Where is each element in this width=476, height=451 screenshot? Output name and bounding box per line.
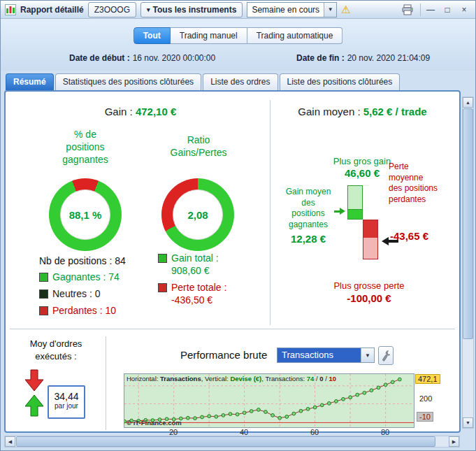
tab-liste-ordres[interactable]: Liste des ordres: [203, 73, 277, 90]
winrate-donut-center: 88,1 %: [60, 189, 110, 240]
avg-loss-label: Perte moyenne des positions perdantes: [389, 162, 439, 205]
minimize-button[interactable]: —: [424, 3, 438, 16]
totals-legend: Gain total : 908,60 € Perte totale : -43…: [158, 252, 226, 311]
performance-title: Performance brute: [180, 349, 267, 361]
warning-icon: ⚠: [341, 3, 350, 16]
winrate-donut-chart: 88,1 %: [49, 178, 122, 251]
instrument-button[interactable]: Z3OOOG: [88, 2, 136, 17]
perte-totale-label: Perte totale :: [171, 282, 226, 293]
arrow-up-icon: [22, 394, 46, 420]
legend-row-neutres: Neutres : 0: [39, 288, 120, 299]
avg-loss-arrow-icon: [382, 237, 398, 245]
scroll-down-button[interactable]: ▼: [463, 417, 473, 428]
perdantes-swatch: [39, 306, 48, 315]
vertical-scrollbar-thumb[interactable]: [463, 108, 473, 339]
chevron-down-icon[interactable]: ▼: [361, 348, 374, 362]
dropdown-icon: ▾: [147, 6, 150, 13]
gain-total-swatch: [158, 254, 167, 263]
y-axis-min-badge: -10: [417, 412, 433, 422]
date-start-value: 16 nov. 2020 00:00:00: [133, 53, 216, 63]
ratio-title: Ratio Gains/Pertes: [166, 134, 231, 159]
horizontal-scrollbar-thumb[interactable]: [16, 436, 435, 447]
nb-positions-label: Nb de positions : 84: [39, 255, 126, 266]
avg-gain-bar-segment: [348, 209, 362, 219]
date-start: Date de début :16 nov. 2020 00:00:00: [69, 53, 215, 63]
orders-per-day-value: 34,44: [49, 391, 84, 402]
toolbar-separator: [420, 3, 421, 16]
gain-total-label: Gain total :: [171, 252, 219, 264]
perte-totale-swatch: [158, 283, 167, 292]
winrate-title: % de positions gagnantes: [59, 128, 112, 166]
date-start-label: Date de début :: [69, 53, 130, 63]
gain-total-value: 908,60 €: [171, 265, 226, 276]
date-end: Date de fin :20 nov. 2020 21:04:09: [296, 53, 430, 63]
vertical-divider: [270, 100, 271, 325]
perte-totale-value: -436,50 €: [171, 294, 226, 306]
wrench-icon: [381, 350, 391, 362]
chart-legend: Horizontal: Transactions, Vertical: Devi…: [127, 375, 336, 382]
orders-per-day-unit: par jour: [49, 402, 84, 410]
orders-title: Moy d'ordres exécutés :: [11, 338, 101, 362]
date-end-value: 20 nov. 2020 21:04:09: [347, 53, 431, 63]
title-bar: Rapport détaillé Z3OOOG ▾ Tous les instr…: [1, 1, 475, 19]
chevron-down-icon[interactable]: ▼: [324, 3, 336, 17]
tab-resume[interactable]: Résumé: [6, 73, 54, 90]
legend-row-perdantes: Perdantes : 10: [39, 305, 120, 316]
perte-totale-row: Perte totale :: [158, 282, 226, 293]
mode-button-trading-automatique[interactable]: Trading automatique: [247, 27, 343, 44]
horizontal-divider: [10, 329, 455, 329]
legend-row-gagnantes: Gagnantes : 74: [39, 271, 120, 282]
maximize-button[interactable]: □: [440, 3, 454, 16]
biggest-loss-value: -100,00 €: [324, 292, 414, 304]
window-title: Rapport détaillé: [20, 5, 84, 15]
biggest-loss-label: Plus grosse perte: [324, 280, 414, 291]
perdantes-label: Perdantes : 10: [52, 305, 116, 316]
y-axis-tick-200: 200: [419, 394, 432, 403]
vertical-divider-bottom: [106, 336, 106, 430]
performance-chart: Horizontal: Transactions, Vertical: Devi…: [124, 373, 414, 428]
gain-moyen-header: Gain moyen : 5,62 € / trade: [273, 106, 452, 117]
date-end-label: Date de fin :: [296, 53, 345, 63]
scroll-left-button[interactable]: ◀: [5, 436, 15, 447]
chart-copyright: © iT-Finance.com: [127, 419, 182, 427]
mode-button-trading-manuel[interactable]: Trading manuel: [171, 27, 247, 44]
neutres-swatch: [39, 289, 48, 299]
avg-loss-bar-segment: [363, 220, 377, 238]
scroll-right-button[interactable]: ▶: [449, 436, 459, 447]
all-instruments-button[interactable]: ▾ Tous les instruments: [140, 2, 243, 17]
neutres-label: Neutres : 0: [52, 288, 100, 299]
gain-header: Gain : 472,10 €: [36, 106, 245, 117]
period-select[interactable]: Semaine en cours ▼: [247, 2, 337, 17]
gagnantes-label: Gagnantes : 74: [52, 271, 120, 282]
close-button[interactable]: ×: [457, 3, 471, 16]
scroll-up-button[interactable]: ▲: [463, 97, 473, 108]
gain-moyen-label: Gain moyen :: [298, 106, 360, 117]
report-tabs: Résumé Statistiques des positions clôtur…: [1, 71, 460, 90]
app-icon: [5, 4, 16, 15]
gain-moyen-value: 5,62 € / trade: [363, 106, 427, 117]
performance-select-value: Transactions: [277, 348, 361, 362]
gagnantes-swatch: [39, 273, 48, 282]
period-value: Semaine en cours: [247, 5, 324, 15]
tab-liste-positions[interactable]: Liste des positions clôturées: [280, 73, 401, 90]
report-window: Rapport détaillé Z3OOOG ▾ Tous les instr…: [0, 0, 476, 451]
y-axis-last-value-badge: 472,1: [415, 374, 440, 384]
mode-button-tout[interactable]: Tout: [134, 27, 171, 44]
filter-bar: Tout Trading manuel Trading automatique …: [1, 19, 475, 71]
tab-statistiques[interactable]: Statistiques des positions clôturées: [55, 73, 201, 90]
loss-bar: [363, 220, 378, 259]
gain-value: 472,10 €: [136, 106, 176, 117]
vertical-scrollbar[interactable]: ▲ ▼: [462, 96, 474, 429]
performance-select[interactable]: Transactions ▼: [277, 348, 375, 363]
summary-panel: Gain : 472,10 € Gain moyen : 5,62 € / tr…: [4, 90, 461, 433]
ratio-value: 2,08: [187, 209, 208, 221]
avg-win-label: Gain moyen des positions gagnantes: [284, 187, 332, 230]
avg-win-arrow-icon: [334, 208, 345, 215]
horizontal-scrollbar[interactable]: ◀ ▶: [4, 436, 460, 448]
print-button[interactable]: [398, 1, 417, 18]
gain-label: Gain :: [105, 106, 133, 117]
gain-bar: [347, 185, 363, 220]
winrate-value: 88,1 %: [69, 209, 102, 221]
orders-per-day-box: 34,44 par jour: [48, 385, 85, 419]
chart-settings-button[interactable]: [378, 346, 394, 365]
